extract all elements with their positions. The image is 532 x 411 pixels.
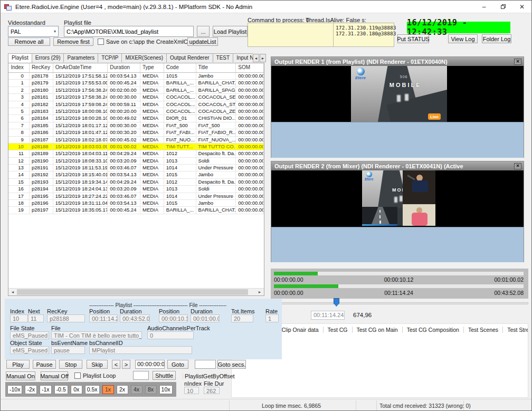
seek-slider-thumb[interactable] — [334, 298, 339, 307]
shuttle-button[interactable]: Shuttle — [153, 371, 176, 380]
speed-button-1x[interactable]: -1x — [40, 385, 52, 394]
pause-button[interactable]: Pause — [33, 360, 56, 369]
restore-icon[interactable] — [493, 1, 512, 13]
seek-position-field[interactable]: 00:11:14.24 — [311, 311, 345, 320]
playlist-row[interactable]: 3p2818115/12/2019 17:58:38.2400:00:30.00… — [8, 94, 264, 101]
scrollbar-thumb[interactable] — [17, 289, 248, 295]
speed-button-0x[interactable]: 0x — [71, 385, 82, 394]
tab-mixer-scenes-[interactable]: MIXER(Scenes) — [121, 53, 167, 62]
test-button-test-cg-on-main[interactable]: Test CG on Main — [353, 327, 402, 333]
render-1-titlebar: Output RENDER 1 (from Playlist) (NDI Ren… — [271, 57, 524, 66]
playlist-row[interactable]: 6p2818415/12/2019 18:00:28.1000:00:49.02… — [8, 115, 264, 122]
playlist-row[interactable]: 0p2817815/12/2019 17:51:58.1200:03:54.13… — [8, 73, 264, 80]
update-list-button[interactable]: updateList — [187, 37, 218, 46]
seek-slider[interactable] — [271, 302, 528, 304]
speed-button-10x[interactable]: 10x — [159, 385, 173, 394]
speed-button-1x[interactable]: 1x — [102, 385, 114, 394]
column-header[interactable]: Title — [196, 63, 236, 72]
remove-all-button[interactable]: Remove all — [8, 37, 50, 46]
tab-scroll-left-icon[interactable]: ◄ — [253, 54, 259, 62]
playlist-file-input[interactable] — [64, 26, 194, 37]
playlist-row[interactable]: 8p2818615/12/2019 18:01:47.1200:00:30.20… — [8, 129, 264, 136]
step-forward-button[interactable]: > — [122, 360, 130, 369]
view-log-button[interactable]: View Log — [448, 34, 478, 43]
test-button-test-scenes[interactable]: Test Scenes — [464, 327, 502, 333]
test-button-clip-onair-data[interactable]: Clip Onair data — [278, 327, 323, 333]
playlist-row[interactable]: 16p2819415/12/2019 18:24:04.1300:03:20.0… — [8, 186, 264, 193]
load-playlist-button[interactable]: Load Playlist — [213, 26, 248, 37]
playlist-row[interactable]: 2p2818015/12/2019 17:56:38.2400:02:00.00… — [8, 87, 264, 94]
tab-errors-29-[interactable]: Errors (29) — [32, 53, 64, 62]
speed-button-0.5x[interactable]: 0.5x — [85, 385, 100, 394]
test-button-test-cg[interactable]: Test CG — [324, 327, 352, 333]
cell: BARILLA_... — [164, 87, 196, 93]
manual-off-button[interactable]: Manual Off — [41, 371, 68, 380]
playlist-row[interactable]: 19p2819715/12/2019 18:35:05.1700:00:45.2… — [8, 207, 264, 214]
tab-playlist[interactable]: Playlist — [8, 53, 32, 63]
playlist-row[interactable]: 5p2818315/12/2019 18:00:08.1000:00:20.00… — [8, 108, 264, 115]
browse-button[interactable]: ... — [197, 26, 210, 37]
lane-dash — [379, 210, 381, 213]
column-header[interactable]: OnAirDateTime — [53, 63, 108, 72]
playlist-row[interactable]: 11p2818915/12/2019 18:04:03.1100:04:29.2… — [8, 150, 264, 157]
goto-button[interactable]: Goto — [167, 360, 188, 369]
playlist-row[interactable]: 4p2818215/12/2019 17:59:08.2400:00:59.11… — [8, 101, 264, 108]
column-header[interactable]: SOM — [236, 63, 264, 72]
stop-button[interactable]: Stop — [59, 360, 82, 369]
playlist-row[interactable]: 15p2819315/12/2019 18:19:34.1400:04:29.2… — [8, 179, 264, 186]
playlist-row[interactable]: 9p2818715/12/2019 18:02:18.0700:00:45.02… — [8, 137, 264, 144]
speed-button-8x[interactable]: 8x — [145, 385, 157, 394]
save-xml-checkbox[interactable] — [98, 39, 104, 45]
render-1-close-icon[interactable]: ✕ — [514, 59, 521, 65]
presenter-cam — [403, 204, 435, 226]
step-back-button[interactable]: < — [112, 360, 120, 369]
column-header[interactable]: RecKey — [30, 63, 53, 72]
playlist-row[interactable]: 7p2818515/12/2019 18:01:17.1200:00:30.00… — [8, 122, 264, 129]
goto-secs-button[interactable]: Goto secs. — [217, 360, 246, 369]
skip-button[interactable]: Skip — [87, 360, 108, 369]
cell: 00:03:46.07 — [108, 193, 140, 199]
cell: 00:03:46.07 — [108, 165, 140, 171]
playlist-row[interactable]: 18p2819615/12/2019 18:31:11.0400:03:54.1… — [8, 200, 264, 207]
videostandard-select[interactable]: PAL ▾ — [8, 26, 59, 37]
horizontal-scrollbar[interactable]: ◄ ► — [8, 288, 264, 295]
column-header[interactable]: Type — [140, 63, 164, 72]
playlist-row[interactable]: 10p2818815/12/2019 18:03:03.0900:01:00.0… — [8, 144, 264, 150]
speed-button-4x[interactable]: 4x — [131, 385, 142, 394]
goto-time-field[interactable]: 00:00:00:00 — [135, 360, 165, 369]
playlist-row[interactable]: 12p2819015/12/2019 18:08:33.1000:03:20.0… — [8, 158, 264, 165]
scroll-right-icon[interactable]: ► — [255, 289, 264, 295]
test-button-test-stress[interactable]: Test Stress — [503, 327, 528, 333]
goto-secs-field[interactable] — [195, 360, 216, 369]
test-button-test-cg-composition[interactable]: Test CG Composition — [403, 327, 463, 333]
column-header[interactable]: Code — [164, 63, 196, 72]
minimize-icon[interactable]: – — [474, 1, 493, 13]
put-status-button[interactable]: Put STATUS — [397, 34, 429, 43]
tab-parameters[interactable]: Parameters — [63, 53, 98, 62]
scroll-left-icon[interactable]: ◄ — [8, 289, 17, 295]
tab-input-ndi-render-15-[interactable]: Input NDI render (15) — [233, 53, 253, 62]
column-header[interactable]: Duration — [108, 63, 140, 72]
manual-on-button[interactable]: Manual On — [6, 371, 35, 380]
folder-log-button[interactable]: Folder Log — [482, 34, 511, 43]
remove-first-button[interactable]: Remove first — [53, 37, 93, 46]
tab-tcp-ip[interactable]: TCP/IP — [98, 53, 122, 62]
shuttle-field[interactable] — [133, 371, 149, 380]
playlist-row[interactable]: 14p2819215/12/2019 18:15:40.0100:03:54.1… — [8, 171, 264, 178]
render-2-close-icon[interactable]: ✕ — [514, 163, 521, 169]
close-icon[interactable]: ✕ — [512, 1, 531, 13]
speed-button-2x[interactable]: 2x — [117, 385, 128, 394]
figure — [397, 95, 401, 102]
speed-button-0.5[interactable]: -0.5 — [54, 385, 68, 394]
playlist-row[interactable]: 17p2819515/12/2019 18:27:24.2200:03:46.0… — [8, 193, 264, 200]
speed-button-10x[interactable]: -10x — [7, 385, 22, 394]
playlist-row[interactable]: 13p2819115/12/2019 18:11:53.1900:03:46.0… — [8, 165, 264, 171]
playlist-row[interactable]: 1p2817915/12/2019 17:55:53.0000:00:45.24… — [8, 80, 264, 87]
tab-test[interactable]: TEST — [213, 53, 234, 62]
play-button[interactable]: Play — [6, 360, 30, 369]
speed-button-2x[interactable]: -2x — [25, 385, 37, 394]
tab-output-renderer[interactable]: Output Renderer — [166, 53, 213, 62]
playlist-loop-checkbox[interactable] — [74, 372, 81, 379]
tab-scroll-right-icon[interactable]: ► — [260, 54, 266, 62]
column-header[interactable]: Index — [8, 63, 30, 72]
